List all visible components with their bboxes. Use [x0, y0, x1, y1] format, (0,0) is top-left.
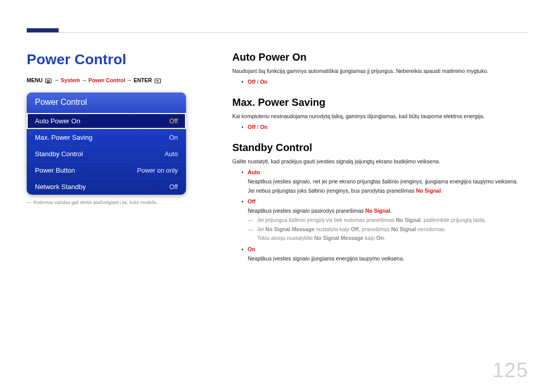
- top-rule: [27, 32, 528, 33]
- text-max-power-saving: Kai kompiuteriu nesinaudojama nurodytą l…: [232, 113, 528, 120]
- heading-auto-power-on: Auto Power On: [232, 51, 528, 63]
- standby-off-label: Off: [248, 198, 255, 204]
- option-on: On: [260, 79, 268, 85]
- standby-auto: Auto: [232, 169, 528, 177]
- menu-icon: [45, 79, 51, 83]
- arrow-icon: →: [127, 77, 133, 83]
- menu-item-value: Off: [170, 118, 178, 125]
- text-auto-power-on: Naudojant šią funkciją gaminys automatiš…: [232, 67, 528, 75]
- section-standby-control: Standby Control Galite nustatyti, kad pr…: [232, 142, 528, 263]
- option-on: On: [260, 124, 268, 130]
- arrow-icon: →: [81, 77, 87, 83]
- menu-item-network-standby[interactable]: Network Standby Off: [27, 178, 186, 195]
- standby-auto-line1: Neaptikus įvesties signalo, net jei prie…: [232, 178, 528, 186]
- standby-on-label: On: [248, 246, 255, 252]
- standby-off-note1: Jei prijungus šaltinio įrenginį vis tiek…: [232, 216, 528, 225]
- enter-icon: [155, 79, 161, 83]
- menu-item-auto-power-on[interactable]: Auto Power On Off: [27, 113, 186, 129]
- top-marker: [27, 28, 59, 32]
- standby-auto-label: Auto: [248, 169, 260, 175]
- standby-off-note3: Tokiu atveju nustatykite No Signal Messa…: [232, 234, 528, 242]
- breadcrumb-system: System: [61, 77, 80, 83]
- text-standby-control-intro: Galite nustatyti, kad pradėjus gauti įve…: [232, 158, 528, 165]
- menu-panel-header: Power Control: [27, 92, 186, 113]
- menu-item-label: Power Button: [35, 166, 75, 174]
- standby-auto-line2: Jei nebus prijungtas joks šaltinio įreng…: [232, 187, 528, 195]
- arrow-icon: →: [54, 77, 60, 83]
- page-number: 125: [492, 359, 528, 382]
- option-off: Off: [248, 79, 255, 85]
- menu-item-label: Network Standby: [35, 183, 86, 191]
- menu-panel: Power Control Auto Power On Off Max. Pow…: [27, 92, 186, 195]
- model-note: ―Rodomas vaizdas gali skirtis atsižvelgi…: [27, 200, 186, 205]
- breadcrumb-power-control: Power Control: [88, 77, 125, 83]
- menu-item-value: Power on only: [137, 167, 178, 174]
- menu-item-standby-control[interactable]: Standby Control Auto: [27, 145, 186, 162]
- standby-on-line: Neaptikus įvesties signalo įjungiama ene…: [232, 255, 528, 263]
- section-auto-power-on: Auto Power On Naudojant šią funkciją gam…: [232, 51, 528, 86]
- option-slash: /: [255, 79, 260, 85]
- menu-item-value: On: [169, 134, 178, 141]
- menu-item-label: Auto Power On: [35, 117, 80, 125]
- menu-item-label: Max. Power Saving: [35, 134, 92, 141]
- standby-off-note2: Jei No Signal Message nustatyta kaip Off…: [232, 226, 528, 234]
- section-max-power-saving: Max. Power Saving Kai kompiuteriu nesina…: [232, 97, 528, 132]
- option-max-power-saving: Off / On: [232, 123, 528, 132]
- menu-item-power-button[interactable]: Power Button Power on only: [27, 162, 186, 178]
- breadcrumb-enter: ENTER: [134, 77, 152, 83]
- standby-off: Off: [232, 198, 528, 206]
- heading-max-power-saving: Max. Power Saving: [232, 97, 528, 108]
- option-slash: /: [255, 124, 260, 130]
- menu-item-max-power-saving[interactable]: Max. Power Saving On: [27, 129, 186, 145]
- heading-standby-control: Standby Control: [232, 142, 528, 154]
- menu-item-value: Auto: [164, 151, 178, 158]
- breadcrumb-menu: MENU: [27, 77, 43, 83]
- standby-on: On: [232, 246, 528, 254]
- option-off: Off: [248, 124, 255, 130]
- breadcrumb: MENU → System → Power Control → ENTER: [27, 77, 186, 83]
- menu-item-value: Off: [170, 183, 178, 191]
- page-title: Power Control: [27, 51, 186, 68]
- menu-item-label: Standby Control: [35, 150, 83, 158]
- option-auto-power-on: Off / On: [232, 78, 528, 86]
- standby-off-line1: Neaptikus įvesties signalo pasirodys pra…: [232, 207, 528, 215]
- model-note-text: Rodomas vaizdas gali skirtis atsižvelgia…: [33, 200, 158, 205]
